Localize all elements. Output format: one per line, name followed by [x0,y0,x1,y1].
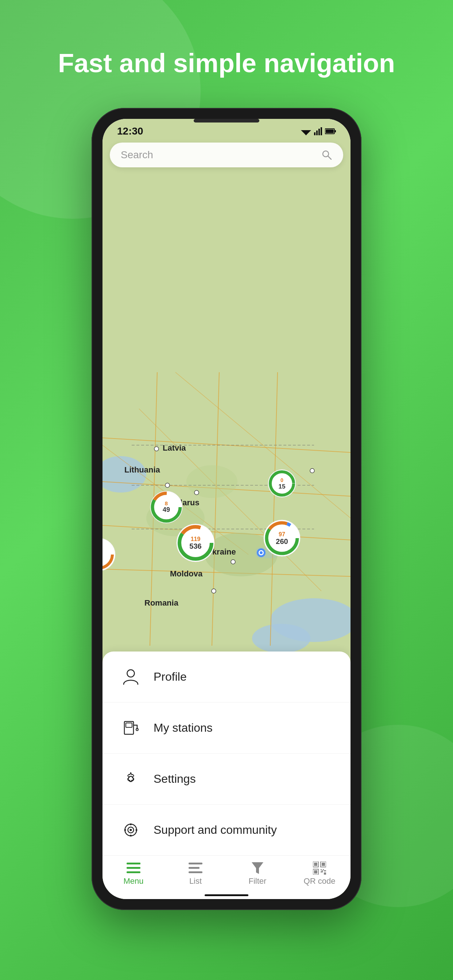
svg-line-69 [328,156,331,159]
qrcode-nav-icon [312,862,327,874]
menu-item-profile[interactable]: Profile [102,652,351,703]
phone-screen: 12:30 [102,119,351,899]
person-icon [121,667,141,687]
profile-label: Profile [153,670,187,684]
search-icon [321,150,332,161]
svg-text:0: 0 [281,477,283,483]
svg-point-32 [165,483,170,487]
svg-point-33 [195,490,199,495]
signal-icon [314,127,322,135]
svg-text:8: 8 [165,500,168,506]
svg-rect-88 [188,862,203,864]
svg-rect-4 [316,130,318,135]
svg-rect-90 [188,871,203,873]
svg-text:119: 119 [191,536,201,542]
home-indicator [205,894,248,896]
status-time: 12:30 [117,126,144,137]
menu-nav-label: Menu [123,877,144,886]
svg-point-31 [154,447,159,451]
wifi-icon [301,127,311,135]
nav-item-filter[interactable]: Filter [226,862,289,886]
menu-nav-icon [126,862,141,874]
list-nav-label: List [189,877,202,886]
svg-point-79 [130,829,132,831]
svg-rect-98 [321,869,322,870]
menu-item-support[interactable]: Support and community [102,805,351,855]
svg-text:Lithuania: Lithuania [124,465,161,474]
battery-icon [325,128,336,135]
phone-frame: 12:30 [91,108,362,910]
svg-point-13 [252,624,310,653]
svg-text:536: 536 [189,542,201,550]
svg-text:260: 260 [276,538,288,546]
search-bar[interactable]: Search [110,143,343,167]
svg-point-36 [310,468,314,473]
svg-point-34 [231,560,235,564]
svg-point-81 [136,829,137,831]
svg-rect-6 [321,127,322,135]
svg-rect-86 [126,871,140,873]
svg-rect-99 [323,869,324,870]
svg-rect-3 [314,132,316,135]
menu-item-settings[interactable]: Settings [102,754,351,805]
svg-point-75 [136,729,138,730]
svg-rect-95 [322,862,325,866]
svg-rect-85 [126,867,140,869]
qrcode-nav-label: QR code [304,877,335,886]
svg-rect-87 [137,862,140,864]
svg-text:15: 15 [279,483,286,490]
svg-rect-103 [324,872,326,875]
svg-point-27 [187,465,238,498]
svg-rect-100 [322,870,323,871]
list-nav-icon [188,862,203,874]
svg-rect-102 [321,871,323,872]
filter-nav-icon [250,862,265,874]
svg-text:49: 49 [163,506,170,513]
svg-rect-9 [326,129,334,133]
svg-point-83 [124,829,126,831]
my-stations-label: My stations [153,721,213,735]
svg-rect-93 [314,862,317,866]
svg-rect-101 [324,870,326,871]
svg-point-39 [260,551,263,554]
nav-item-qrcode[interactable]: QR code [289,862,351,886]
gear-icon [121,769,141,789]
filter-nav-label: Filter [249,877,266,886]
svg-rect-72 [126,723,132,727]
svg-text:97: 97 [279,531,285,538]
gas-station-icon [121,718,141,738]
svg-marker-91 [252,862,263,874]
svg-point-80 [130,824,132,826]
nav-item-menu[interactable]: Menu [102,862,164,886]
search-placeholder: Search [121,149,316,161]
svg-point-35 [212,589,216,593]
svg-text:Moldova: Moldova [170,569,203,578]
community-icon [121,820,141,840]
settings-label: Settings [153,772,196,786]
svg-text:Romania: Romania [144,598,179,608]
svg-point-82 [130,835,132,837]
svg-rect-97 [314,870,317,873]
status-bar: 12:30 [102,119,351,141]
svg-rect-5 [318,129,320,135]
bottom-sheet: Profile My stations Setting [102,652,351,855]
menu-item-my-stations[interactable]: My stations [102,703,351,754]
status-icons [301,127,336,135]
svg-rect-8 [335,130,336,132]
page-title: Fast and simple navigation [58,48,395,79]
svg-text:Latvia: Latvia [163,443,186,452]
support-label: Support and community [153,823,277,837]
svg-rect-89 [188,867,199,869]
svg-point-70 [127,670,135,677]
bottom-nav: Menu List [102,855,351,899]
nav-item-list[interactable]: List [164,862,226,886]
